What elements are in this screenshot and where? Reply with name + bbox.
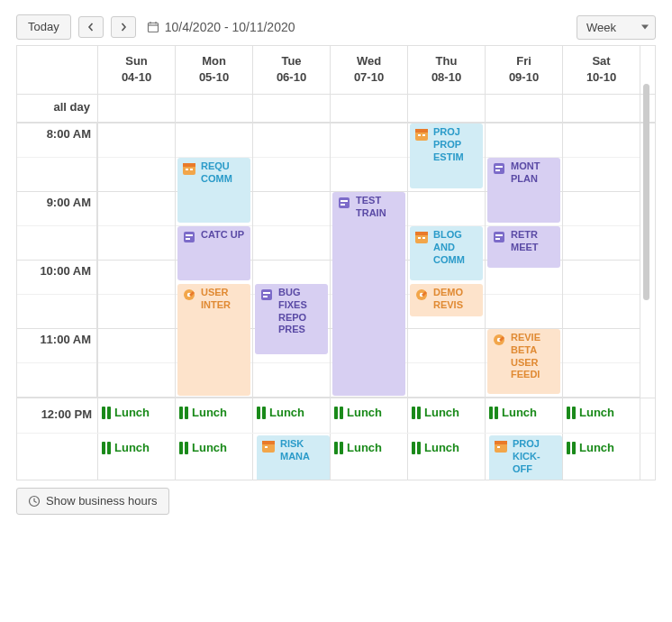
pause-icon <box>102 442 111 454</box>
footer: Show business hours <box>9 480 663 522</box>
lunch-mon-12[interactable]: Lunch <box>176 398 253 433</box>
lunch-thu-12[interactable]: Lunch <box>408 398 486 433</box>
lunch-wed-12[interactable]: Lunch <box>331 398 408 433</box>
time-12pm: 12:00 PM <box>17 398 98 433</box>
calendar-purple-icon <box>181 229 197 245</box>
calendar-orange-icon <box>413 229 430 245</box>
calendar-body[interactable]: 8:00 AM 9:00 AM 10:00 AM 11:00 AM <box>17 123 655 480</box>
header-spacer <box>17 46 98 94</box>
event-label: RETR MEET <box>511 229 557 254</box>
calendar-orange-icon <box>181 160 197 177</box>
next-button[interactable] <box>111 16 136 38</box>
day-col-tue[interactable]: BUG FIXES REPO PRES <box>253 123 331 398</box>
allday-cell-fri[interactable] <box>486 95 563 122</box>
calendar-purple-icon <box>491 160 507 177</box>
lunch-sat-1230[interactable]: Lunch <box>563 434 640 480</box>
event-mont-plan[interactable]: MONT PLAN <box>487 158 560 223</box>
allday-cell-tue[interactable] <box>253 95 331 122</box>
svg-rect-6 <box>186 169 188 170</box>
event-requ-comm[interactable]: REQU COMM <box>177 158 250 223</box>
view-select[interactable]: Week <box>577 15 656 40</box>
event-proj-prop-estim[interactable]: PROJ PROP ESTIM <box>410 123 483 188</box>
header-fri[interactable]: Fri09-10 <box>486 46 563 94</box>
event-label: RISK MANA <box>280 438 326 463</box>
allday-cell-wed[interactable] <box>331 95 408 122</box>
event-label: PROJ PROP ESTIM <box>433 126 479 163</box>
svg-rect-13 <box>261 289 272 300</box>
lunch-sun-1230[interactable]: Lunch <box>98 434 176 480</box>
event-label: PROJ KICK-OFF <box>513 438 558 475</box>
pause-icon <box>412 442 421 454</box>
gear-orange-icon <box>491 332 507 348</box>
day-col-fri[interactable]: MONT PLAN RETR MEET REVIE BETA USER FEED… <box>486 123 563 398</box>
svg-rect-10 <box>186 238 190 240</box>
event-blog-and-comm[interactable]: BLOG AND COMM <box>410 226 483 280</box>
toolbar: Today 10/4/2020 - 10/11/2020 Week <box>9 9 663 45</box>
svg-rect-26 <box>422 237 425 239</box>
day-col-thu[interactable]: PROJ PROP ESTIM BLOG AND COMM DEMO REVIS <box>408 123 486 398</box>
event-test-train[interactable]: TEST TRAIN <box>332 192 405 396</box>
calendar-purple-icon <box>259 287 275 303</box>
svg-rect-29 <box>494 163 504 174</box>
svg-rect-24 <box>415 232 428 235</box>
time-8am: 8:00 AM <box>47 127 91 141</box>
svg-rect-9 <box>186 234 193 236</box>
svg-rect-8 <box>184 232 195 242</box>
event-risk-mana[interactable]: RISK MANA <box>253 434 331 480</box>
time-10am: 10:00 AM <box>40 264 91 278</box>
pause-icon <box>102 407 111 419</box>
event-review-beta[interactable]: REVIE BETA USER FEEDI <box>487 329 560 394</box>
prev-button[interactable] <box>78 16 104 38</box>
lunch-sun-12[interactable]: Lunch <box>98 398 176 433</box>
day-col-sat[interactable] <box>563 123 640 398</box>
svg-rect-34 <box>495 238 500 240</box>
allday-cell-sat[interactable] <box>563 95 640 122</box>
lunch-fri-12[interactable]: Lunch <box>486 398 563 433</box>
day-col-mon[interactable]: REQU COMM CATC UP USER INTER <box>176 123 253 398</box>
day-header-row: Sun04-10 Mon05-10 Tue06-10 Wed07-10 Thu0… <box>17 46 655 95</box>
lunch-thu-1230[interactable]: Lunch <box>408 434 486 480</box>
header-sat[interactable]: Sat10-10 <box>563 46 640 94</box>
lunch-tue-12[interactable]: Lunch <box>253 398 331 433</box>
event-label: TEST TRAIN <box>356 195 402 220</box>
event-demo-revis[interactable]: DEMO REVIS <box>410 284 483 316</box>
event-label: BLOG AND COMM <box>433 229 479 266</box>
svg-rect-5 <box>183 163 195 167</box>
allday-cell-thu[interactable] <box>408 95 486 122</box>
allday-cell-mon[interactable] <box>176 95 253 122</box>
event-label: USER INTER <box>201 287 247 312</box>
time-axis: 8:00 AM 9:00 AM 10:00 AM 11:00 AM <box>17 123 98 398</box>
svg-rect-18 <box>341 204 345 206</box>
calendar-picker-icon <box>147 21 159 33</box>
event-user-interface[interactable]: USER INTER <box>177 284 250 396</box>
pause-icon <box>179 442 188 454</box>
svg-rect-14 <box>263 292 270 294</box>
svg-rect-41 <box>495 441 507 444</box>
header-tue[interactable]: Tue06-10 <box>253 46 331 94</box>
clock-icon <box>28 495 41 508</box>
show-business-hours-button[interactable]: Show business hours <box>16 488 169 515</box>
allday-cell-sun[interactable] <box>98 95 176 122</box>
time-11am: 11:00 AM <box>40 333 91 346</box>
lunch-mon-1230[interactable]: Lunch <box>176 434 253 480</box>
svg-rect-38 <box>262 441 275 444</box>
event-retr-meet[interactable]: RETR MEET <box>487 226 560 268</box>
lunch-wed-1230[interactable]: Lunch <box>331 434 408 480</box>
today-button[interactable]: Today <box>16 14 71 40</box>
event-catch-up[interactable]: CATC UP <box>177 226 250 280</box>
header-wed[interactable]: Wed07-10 <box>331 46 408 94</box>
svg-rect-33 <box>495 234 503 236</box>
header-sun[interactable]: Sun04-10 <box>98 46 176 94</box>
day-col-wed[interactable]: TEST TRAIN <box>331 123 408 398</box>
event-label: REVIE BETA USER FEEDI <box>511 332 557 381</box>
calendar-orange-icon <box>493 438 509 454</box>
view-select-wrap: Week <box>577 15 656 40</box>
lunch-sat-12[interactable]: Lunch <box>563 398 640 433</box>
svg-rect-42 <box>497 446 500 448</box>
event-bug-fixes[interactable]: BUG FIXES REPO PRES <box>255 284 328 354</box>
day-col-sun[interactable] <box>98 123 176 398</box>
event-proj-kickoff[interactable]: PROJ KICK-OFF <box>486 434 563 480</box>
header-thu[interactable]: Thu08-10 <box>408 46 486 94</box>
header-mon[interactable]: Mon05-10 <box>176 46 253 94</box>
lunch-row-1230: Lunch Lunch RISK MANA Lunch Lunch <box>17 433 655 480</box>
